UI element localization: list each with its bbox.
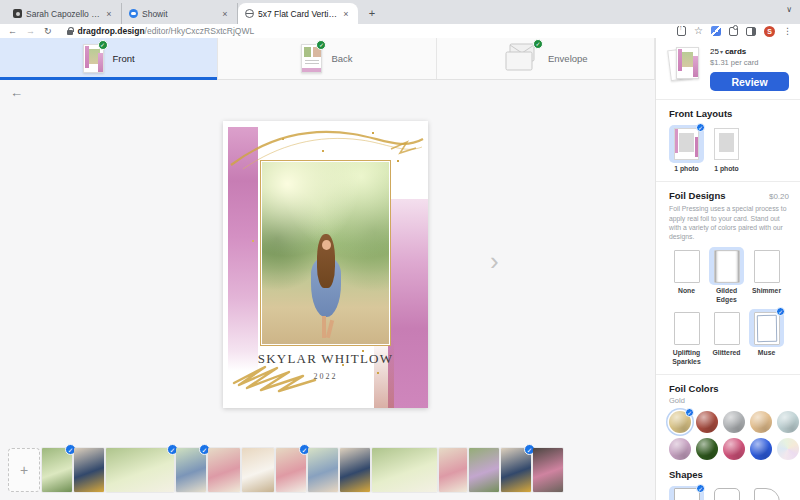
photo-thumbnail[interactable]: ✓ xyxy=(106,448,174,492)
foil-color-rose-pink[interactable] xyxy=(723,438,745,460)
photo-thumbnail[interactable] xyxy=(74,448,104,492)
photo-thumbnail[interactable] xyxy=(308,448,338,492)
foil-color-silver[interactable] xyxy=(723,411,745,433)
photo-thumbnail[interactable] xyxy=(372,448,437,492)
extensions-puzzle-icon[interactable] xyxy=(729,27,738,36)
foil-color-copper-red[interactable] xyxy=(696,411,718,433)
foil-design-option-shimmer[interactable]: Shimmer xyxy=(749,247,784,304)
shape-preview xyxy=(754,488,780,500)
side-panel-icon[interactable] xyxy=(746,27,756,36)
close-icon[interactable]: × xyxy=(220,9,230,19)
foil-color-iridescent[interactable] xyxy=(777,438,799,460)
color-swatch xyxy=(669,438,691,460)
card-photo-frame[interactable] xyxy=(260,160,391,346)
foil-designs-title: Foil Designs xyxy=(669,190,725,201)
foil-color-forest-green[interactable] xyxy=(696,438,718,460)
forward-icon[interactable]: → xyxy=(26,27,35,36)
card-front-design[interactable]: SKYLAR WHITLOW 2022 xyxy=(223,121,428,408)
front-layout-option-1-photo[interactable]: 1 photo xyxy=(709,125,744,173)
approved-check-icon: ✓ xyxy=(316,40,326,50)
foil-design-option-muse[interactable]: ✓Muse xyxy=(749,309,784,366)
shape-tilebox xyxy=(709,486,744,500)
editor-canvas: ← › SKYLAR WHITLOW xyxy=(0,80,655,440)
camera-favicon-icon xyxy=(13,9,22,18)
selected-check-badge: ✓ xyxy=(685,408,694,417)
photo-thumbnail[interactable] xyxy=(533,448,563,492)
next-page-chevron-icon[interactable]: › xyxy=(490,248,499,274)
photo-thumbnail[interactable] xyxy=(340,448,370,492)
foil-design-preview xyxy=(674,250,700,283)
back-arrow-button[interactable]: ← xyxy=(10,85,23,100)
tab-back-label: Back xyxy=(331,53,352,64)
color-swatch xyxy=(750,411,772,433)
color-swatch xyxy=(723,411,745,433)
color-swatch xyxy=(696,411,718,433)
browser-tab-editor[interactable]: 5x7 Flat Card Vertical × xyxy=(238,3,358,24)
card-photo xyxy=(262,162,389,344)
foil-design-label: None xyxy=(678,287,695,295)
color-swatch xyxy=(696,438,718,460)
photo-placeholder xyxy=(679,133,694,152)
url-path: /editor/HkyCxczRSxtcRjQWL xyxy=(145,26,255,36)
foil-design-option-none[interactable]: None xyxy=(669,247,704,304)
foil-colors-title: Foil Colors xyxy=(669,383,789,394)
photo-thumbnail[interactable] xyxy=(208,448,240,492)
close-icon[interactable]: × xyxy=(104,9,114,19)
tab-front[interactable]: ✓ Front xyxy=(0,38,218,79)
foil-color-frost-blue[interactable] xyxy=(777,411,799,433)
reload-icon[interactable]: ↻ xyxy=(44,27,52,36)
pinned-extension-icon[interactable] xyxy=(711,26,721,36)
lock-icon[interactable] xyxy=(67,30,73,35)
foil-design-label: Muse xyxy=(758,349,775,357)
photo-thumbnail[interactable] xyxy=(469,448,499,492)
foil-designs-grid: NoneGilded EdgesShimmerUplifting Sparkle… xyxy=(669,247,789,366)
front-layout-option-1-photo[interactable]: ✓1 photo xyxy=(669,125,704,173)
foil-design-preview xyxy=(674,312,700,345)
tab-search-chevron-icon[interactable]: ∨ xyxy=(786,5,792,14)
back-icon[interactable]: ← xyxy=(8,27,17,36)
menu-icon[interactable]: ⋮ xyxy=(783,26,792,36)
browser-tab-photography[interactable]: Sarah Capozello Photography × xyxy=(6,3,122,24)
photo-thumbnail[interactable]: ✓ xyxy=(501,448,531,492)
tab-back[interactable]: ✓ Back xyxy=(218,38,436,79)
showit-favicon-icon xyxy=(129,9,138,18)
photo-thumbnail[interactable]: ✓ xyxy=(42,448,72,492)
tab-envelope[interactable]: ✓ Envelope xyxy=(437,38,655,79)
shape-option-rounded[interactable] xyxy=(709,486,744,500)
shape-preview xyxy=(714,488,740,500)
price-per-card: $1.31 per card xyxy=(710,58,789,67)
foil-design-option-glittered[interactable]: Glittered xyxy=(709,309,744,366)
browser-tab-showit[interactable]: Showit × xyxy=(122,3,238,24)
foil-tilebox xyxy=(669,247,704,285)
bookmark-star-icon[interactable]: ☆ xyxy=(694,26,703,36)
add-photo-button[interactable]: + xyxy=(8,448,40,492)
foil-designs-description: Foil Pressing uses a special process to … xyxy=(669,204,789,241)
foil-design-option-uplifting-sparkles[interactable]: Uplifting Sparkles xyxy=(669,309,704,366)
quantity-selector[interactable]: 25▾cards xyxy=(710,47,789,56)
photo-thumbnail[interactable] xyxy=(439,448,467,492)
front-layouts-grid: ✓1 photo1 photo xyxy=(669,125,789,173)
review-button[interactable]: Review xyxy=(710,72,789,91)
url-domain: dragdrop.design xyxy=(78,26,145,36)
quantity-unit: cards xyxy=(725,47,746,56)
approved-check-icon: ✓ xyxy=(533,39,543,49)
close-icon[interactable]: × xyxy=(341,9,351,19)
foil-design-option-gilded-edges[interactable]: Gilded Edges xyxy=(709,247,744,304)
shape-option-corner[interactable] xyxy=(749,486,784,500)
share-icon[interactable] xyxy=(677,26,686,36)
front-layouts-title: Front Layouts xyxy=(669,108,789,119)
photo-thumbnail[interactable]: ✓ xyxy=(276,448,306,492)
foil-color-gold[interactable]: ✓ xyxy=(669,411,691,433)
shape-option-none[interactable]: ✓None xyxy=(669,486,704,500)
color-swatch xyxy=(723,438,745,460)
foil-color-royal-blue[interactable] xyxy=(750,438,772,460)
browser-tab-title: Showit xyxy=(142,9,216,19)
photo-thumbnail[interactable] xyxy=(242,448,274,492)
foil-color-mauve[interactable] xyxy=(669,438,691,460)
url-bar[interactable]: dragdrop.design/editor/HkyCxczRSxtcRjQWL xyxy=(78,26,677,36)
photo-thumbnail[interactable]: ✓ xyxy=(176,448,206,492)
profile-avatar[interactable]: S xyxy=(764,26,775,37)
new-tab-button[interactable]: + xyxy=(364,6,380,22)
foil-color-champagne[interactable] xyxy=(750,411,772,433)
layout-option-label: 1 photo xyxy=(714,165,739,173)
